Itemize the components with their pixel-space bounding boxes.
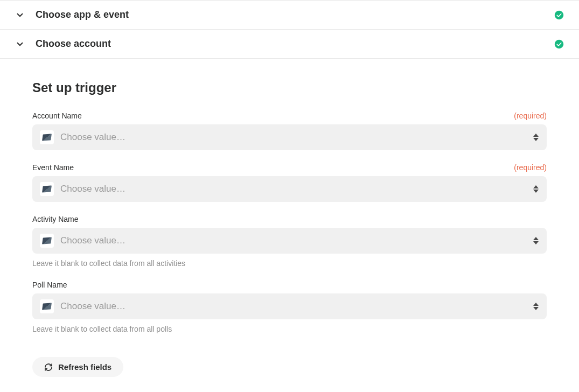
field-event-name: Event Name (required) Choose value… xyxy=(32,163,547,202)
help-text: Leave it blank to collect data from all … xyxy=(32,259,547,268)
field-label: Event Name xyxy=(32,163,74,172)
chevron-down-icon xyxy=(15,39,25,49)
setup-trigger-panel: Set up trigger Account Name (required) C… xyxy=(0,59,579,392)
sort-icon xyxy=(533,237,539,244)
field-label: Activity Name xyxy=(32,215,79,223)
app-icon xyxy=(40,234,54,248)
step-title: Choose app & event xyxy=(36,9,554,20)
check-circle-icon xyxy=(554,10,564,20)
app-icon xyxy=(40,182,54,196)
field-poll-name: Poll Name Choose value… Leave it blank t… xyxy=(32,281,547,333)
poll-name-dropdown[interactable]: Choose value… xyxy=(32,293,547,319)
help-text: Leave it blank to collect data from all … xyxy=(32,325,547,333)
dropdown-placeholder: Choose value… xyxy=(60,301,533,312)
account-name-dropdown[interactable]: Choose value… xyxy=(32,124,547,150)
section-title: Set up trigger xyxy=(32,80,547,95)
sort-icon xyxy=(533,134,539,141)
check-circle-icon xyxy=(554,39,564,49)
field-label: Poll Name xyxy=(32,281,67,289)
field-account-name: Account Name (required) Choose value… xyxy=(32,111,547,150)
refresh-fields-button[interactable]: Refresh fields xyxy=(32,357,123,377)
dropdown-placeholder: Choose value… xyxy=(60,184,533,194)
activity-name-dropdown[interactable]: Choose value… xyxy=(32,228,547,254)
refresh-button-label: Refresh fields xyxy=(58,362,111,372)
event-name-dropdown[interactable]: Choose value… xyxy=(32,176,547,202)
app-icon xyxy=(40,299,54,313)
field-label: Account Name xyxy=(32,111,82,120)
app-icon xyxy=(40,130,54,144)
field-activity-name: Activity Name Choose value… Leave it bla… xyxy=(32,215,547,268)
refresh-icon xyxy=(44,363,53,372)
required-tag: (required) xyxy=(514,163,547,172)
sort-icon xyxy=(533,185,539,193)
dropdown-placeholder: Choose value… xyxy=(60,235,533,246)
step-title: Choose account xyxy=(36,38,554,50)
svg-point-1 xyxy=(555,39,564,48)
required-tag: (required) xyxy=(514,111,547,120)
dropdown-placeholder: Choose value… xyxy=(60,132,533,143)
chevron-down-icon xyxy=(15,10,25,20)
step-choose-account[interactable]: Choose account xyxy=(0,30,579,59)
sort-icon xyxy=(533,303,539,310)
svg-point-0 xyxy=(555,10,564,19)
step-choose-app-event[interactable]: Choose app & event xyxy=(0,1,579,30)
